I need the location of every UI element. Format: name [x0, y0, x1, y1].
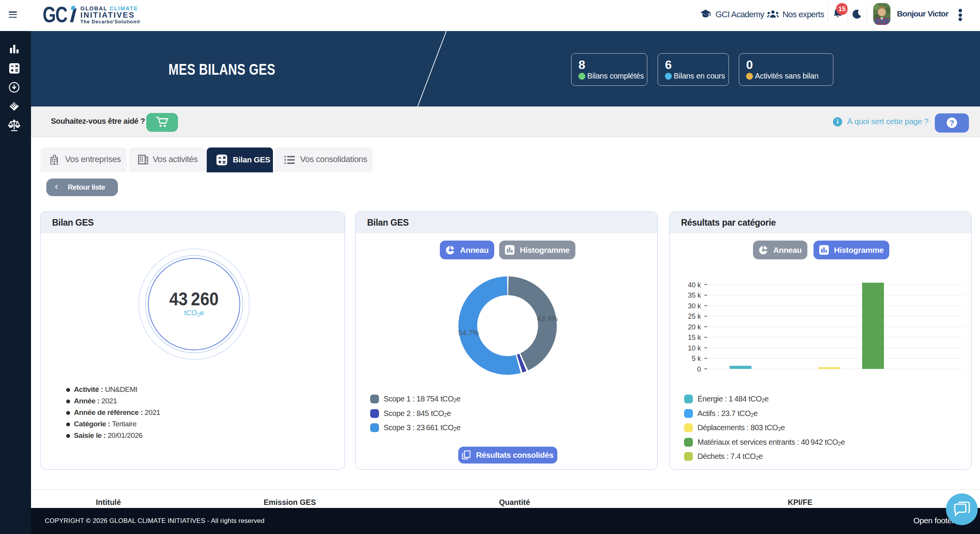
- svg-text:5 k: 5 k: [692, 355, 701, 362]
- svg-text:35 k: 35 k: [688, 292, 701, 299]
- svg-text:INITIATIVES: INITIATIVES: [80, 11, 135, 19]
- svg-text:0: 0: [697, 365, 701, 373]
- svg-text:25 k: 25 k: [688, 313, 701, 320]
- svg-text:30 k: 30 k: [688, 302, 701, 310]
- svg-text:40 k: 40 k: [688, 281, 701, 289]
- svg-text:15 k: 15 k: [688, 334, 701, 341]
- svg-text:The Decarbo'Solution®: The Decarbo'Solution®: [80, 19, 140, 25]
- svg-text:20 k: 20 k: [688, 323, 701, 331]
- svg-text:10 k: 10 k: [688, 344, 701, 352]
- svg-text:GC: GC: [43, 3, 67, 27]
